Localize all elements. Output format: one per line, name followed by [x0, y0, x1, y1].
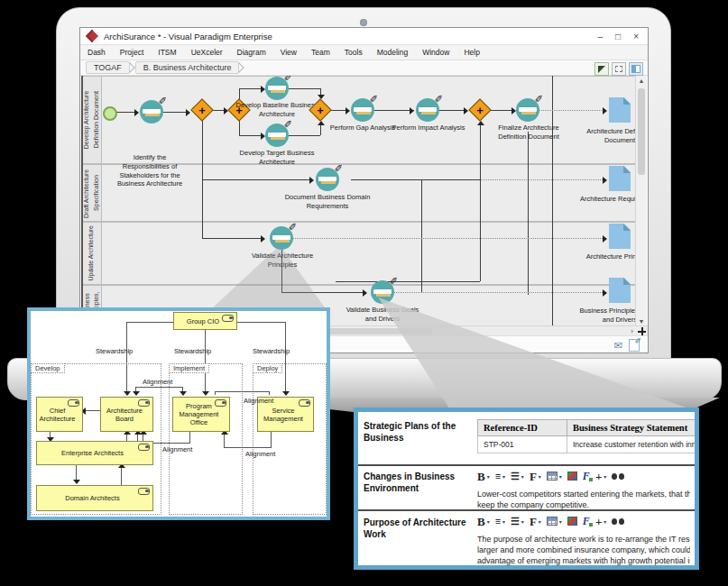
scrollbar-thumb[interactable] — [638, 88, 645, 175]
menu-project[interactable]: Project — [113, 48, 151, 57]
scroll-up-icon[interactable]: ▲ — [636, 78, 647, 84]
breadcrumb-togaf[interactable]: TOGAF — [86, 61, 130, 74]
menu-team[interactable]: Team — [304, 48, 337, 57]
group-label: Develop — [31, 363, 65, 373]
task-finalize[interactable]: ✎ — [516, 98, 539, 122]
menu-tools[interactable]: Tools — [337, 48, 370, 57]
document-icon[interactable] — [609, 278, 631, 303]
align-icon[interactable]: ≡ — [495, 472, 501, 481]
breadcrumb-business-architecture[interactable]: B. Business Architecture — [135, 61, 240, 74]
document-icon[interactable] — [609, 224, 631, 249]
gateway-parallel-4[interactable]: + — [469, 99, 491, 121]
caret-down-icon[interactable]: ▾ — [502, 473, 505, 480]
caret-down-icon[interactable]: ▾ — [487, 518, 490, 525]
org-node-architecture-board[interactable]: Architecture Board — [100, 397, 153, 432]
menu-dash[interactable]: Dash — [80, 48, 113, 57]
caret-down-icon[interactable]: ▾ — [559, 473, 562, 480]
menu-view[interactable]: View — [273, 48, 304, 57]
find-icon[interactable] — [612, 472, 624, 481]
task-develop-baseline[interactable]: ✎ — [265, 77, 289, 100]
menu-itsm[interactable]: ITSM — [151, 48, 183, 57]
caret-down-icon[interactable]: ▾ — [502, 518, 505, 525]
bold-icon[interactable]: B — [477, 471, 485, 482]
color-palette-icon[interactable] — [567, 472, 577, 481]
edge-label-alignment: Alignment — [143, 378, 172, 386]
changes-text-line: keep the company competitive. — [477, 500, 690, 509]
org-node-chief-architecture[interactable]: Chief Architecture — [36, 397, 83, 432]
table-row[interactable]: STP-001 Increase customer retention with… — [478, 436, 700, 453]
task-document-requirements[interactable]: ✎ — [316, 168, 339, 191]
edge-label-alignment: Alignment — [162, 445, 192, 453]
caret-down-icon[interactable]: ▾ — [539, 473, 541, 480]
caret-down-icon[interactable]: ▾ — [604, 518, 606, 525]
document-icon[interactable] — [609, 166, 631, 191]
font-icon[interactable]: F — [530, 471, 537, 482]
close-button[interactable]: × — [633, 32, 639, 41]
pool-border — [81, 76, 83, 325]
task-gap-analysis[interactable]: ✎ — [351, 98, 374, 122]
menu-help[interactable]: Help — [456, 48, 486, 57]
add-icon[interactable]: + — [595, 471, 602, 482]
insert-table-icon[interactable] — [547, 517, 558, 526]
menu-window[interactable]: Window — [415, 48, 456, 57]
column-header-business-strategy: Business Strategy Statement — [567, 420, 700, 436]
font-icon[interactable]: F — [530, 516, 537, 527]
group-label: Implement — [169, 363, 209, 373]
pencil-icon: ✎ — [284, 76, 292, 82]
task-impact-analysis[interactable]: ✎ — [416, 98, 439, 122]
mail-icon[interactable]: ✉ — [614, 340, 622, 352]
color-palette-icon[interactable] — [567, 517, 577, 526]
find-icon[interactable] — [612, 517, 624, 526]
lane-label: Draft Architecture Specification — [82, 167, 101, 220]
org-node-program-management-office[interactable]: Program Management Office — [172, 397, 230, 432]
maximize-button[interactable]: □ — [615, 32, 621, 41]
pencil-icon: ✎ — [390, 274, 398, 286]
menu-diagram[interactable]: Diagram — [230, 48, 273, 57]
column-header-reference-id: Reference-ID — [478, 420, 567, 436]
caret-down-icon[interactable]: ▾ — [604, 473, 606, 480]
group-deploy: Deploy — [253, 363, 327, 515]
bold-icon[interactable]: B — [477, 516, 485, 527]
menu-uexceler[interactable]: UeXceler — [184, 48, 230, 57]
business-role-icon — [138, 488, 150, 495]
org-node-enterprise-architects[interactable]: Enterprise Architects — [36, 441, 153, 465]
start-event[interactable] — [103, 106, 117, 121]
edit-document-icon[interactable]: ✎ — [629, 339, 640, 352]
task-validate-principles[interactable]: ✎ — [270, 226, 293, 250]
gateway-parallel-1[interactable]: + — [191, 99, 213, 121]
list-icon[interactable]: ☰ — [511, 472, 520, 481]
task-develop-target[interactable]: ✎ — [265, 124, 289, 147]
pan-tool-icon[interactable] — [638, 327, 646, 335]
font-color-icon[interactable]: F — [583, 516, 590, 526]
gateway-parallel-3[interactable]: + — [309, 99, 331, 121]
list-icon[interactable]: ☰ — [511, 517, 520, 526]
org-node-domain-architects[interactable]: Domain Architects — [36, 485, 153, 511]
panel-layout-icon[interactable] — [629, 62, 643, 76]
scroll-down-icon[interactable]: ▼ — [636, 318, 647, 325]
business-role-icon — [215, 399, 226, 407]
diagram-canvas[interactable]: Develop Architecture Definition Document… — [81, 76, 647, 325]
lane-label: Develop Architecture Definition Document — [82, 78, 101, 160]
caret-down-icon[interactable]: ▾ — [521, 518, 524, 525]
insert-table-icon[interactable] — [547, 472, 558, 481]
pencil-icon: ✎ — [335, 161, 343, 173]
caret-down-icon[interactable]: ▾ — [559, 518, 562, 525]
pointer-tool-icon[interactable] — [594, 62, 609, 76]
align-icon[interactable]: ≡ — [495, 517, 501, 526]
task-identify[interactable]: ✎ — [140, 100, 163, 124]
caret-down-icon[interactable]: ▾ — [487, 473, 490, 480]
pencil-icon: ✎ — [435, 92, 443, 104]
caret-down-icon[interactable]: ▾ — [539, 518, 541, 525]
fit-to-window-icon[interactable] — [612, 62, 626, 76]
title-bar: ArchiSurance * - Visual Paradigm Enterpr… — [80, 28, 648, 45]
vertical-scrollbar[interactable]: ▲ ▼ — [635, 76, 647, 325]
business-role-icon — [138, 444, 150, 451]
font-color-icon[interactable]: F — [583, 471, 590, 481]
minimize-button[interactable]: – — [598, 32, 604, 41]
org-node-group-cio[interactable]: Group CIO — [173, 312, 237, 330]
add-icon[interactable]: + — [595, 516, 602, 527]
caret-down-icon[interactable]: ▾ — [521, 473, 524, 480]
document-icon[interactable] — [609, 97, 631, 123]
menu-bar: Dash Project ITSM UeXceler Diagram View … — [80, 45, 648, 60]
menu-modeling[interactable]: Modeling — [370, 48, 416, 57]
